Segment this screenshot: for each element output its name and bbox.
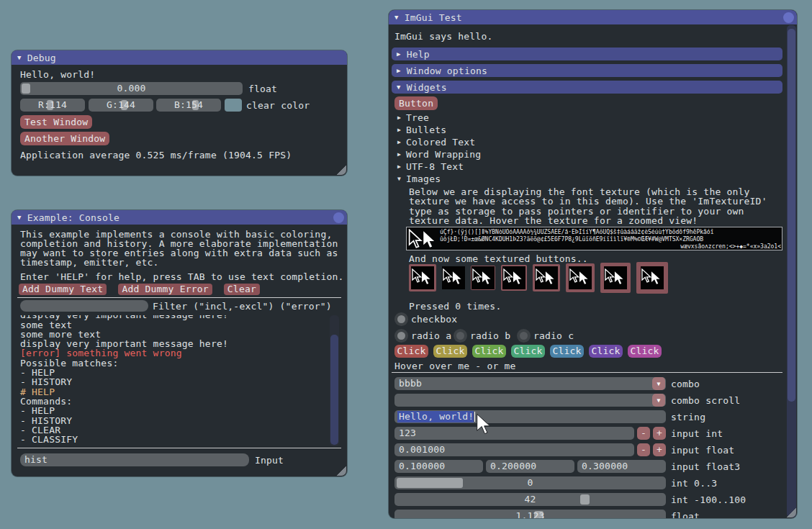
filter-input[interactable] [20,300,148,312]
click-button-1[interactable]: Click [394,345,428,358]
click-button-3[interactable]: Click [472,345,506,358]
radio-a[interactable] [394,329,408,343]
int-slider-big[interactable]: 42 [394,493,666,506]
int-slider-small-label: int 0..3 [671,479,717,488]
tree-node-utf8-text[interactable]: ▶ UTF-8 Text [397,162,464,171]
image-button[interactable] [566,263,595,292]
imgui-test-window: ▼ ImGui Test ImGui says hello. ▶ Help ▶ … [389,10,797,518]
checkbox[interactable] [394,312,408,326]
tree-arrow-icon: ▶ [397,163,401,170]
image-button[interactable] [409,264,436,291]
header-label: Window options [407,66,487,76]
image-button[interactable] [471,266,495,290]
increment-button[interactable]: + [653,427,666,440]
image-button[interactable] [600,263,631,293]
click-button-5[interactable]: Click [550,345,584,358]
log-line: - HELP [20,406,55,415]
checkbox-mark [397,315,405,323]
cursor-texture [535,266,558,289]
fps-stats-text: Application average 0.525 ms/frame (1904… [20,150,292,160]
decrement-button[interactable]: - [637,443,650,456]
image-button[interactable] [533,264,560,291]
header-widgets[interactable]: ▼ Widgets [392,81,782,94]
tree-node-label: Word Wrapping [406,150,481,159]
resize-grip[interactable] [336,466,346,476]
close-button[interactable] [333,212,344,223]
float-slider[interactable]: 0.000 [20,82,243,95]
clear-button[interactable]: Clear [224,284,260,295]
console-titlebar[interactable]: ▼ Example: Console [12,210,347,225]
collapse-arrow-icon[interactable]: ▼ [17,214,22,221]
log-scrollbar[interactable] [330,315,339,446]
radio-b[interactable] [454,329,467,343]
float-slider-label: float [248,84,277,94]
float3-input-y[interactable]: 0.200000 [486,460,574,473]
command-input[interactable]: hist [20,453,249,466]
tree-node-colored-text[interactable]: ▶ Colored Text [397,137,475,147]
resize-grip[interactable] [786,507,796,517]
image-button[interactable] [442,266,465,289]
close-button[interactable] [783,12,794,23]
dropdown-button[interactable]: ▼ [652,394,665,407]
tree-node-tree[interactable]: ▶ Tree [397,113,429,122]
clear-color-swatch[interactable] [225,99,242,112]
header-label: Widgets [407,83,447,92]
resize-grip[interactable] [336,165,346,175]
test-window-button[interactable]: Test Window [20,115,92,129]
float-input[interactable]: 0.001000 [394,443,634,456]
color-slider-b[interactable]: B:154 [156,99,221,112]
console-log[interactable]: display very important message here! som… [12,315,340,446]
float3-input-z[interactable]: 0.300000 [577,460,666,473]
debug-titlebar[interactable]: ▼ Debug [12,50,347,65]
cursor-filled-icon [423,230,436,248]
slider-value: G:144 [89,100,153,109]
collapse-arrow-icon: ▶ [397,51,401,58]
color-slider-g[interactable]: G:144 [89,99,153,112]
header-window-options[interactable]: ▶ Window options [392,64,782,77]
click-button-4[interactable]: Click [511,345,545,358]
scrollbar-thumb[interactable] [330,335,338,445]
tree-node-label: Tree [406,113,429,122]
decrement-button[interactable]: - [637,427,650,440]
window-scrollbar[interactable] [787,25,796,517]
debug-window: ▼ Debug Hello, world! 0.000 float R:114 … [12,50,347,176]
scrollbar-thumb[interactable] [788,29,795,402]
combo-box[interactable]: bbbb ▼ [394,377,666,390]
int-slider-small[interactable]: 0 [394,476,666,489]
string-input[interactable]: Hello, world! [394,410,666,423]
console-buttons-row: Add Dummy Text Add Dummy Error Clear [19,284,266,295]
tree-node-label: UTF-8 Text [406,162,464,171]
hover-caption[interactable]: Hover over me - or me [394,361,516,371]
tree-node-images[interactable]: ▼ Images [397,174,441,184]
header-help[interactable]: ▶ Help [392,48,782,60]
log-line: - HISTORY [20,377,72,386]
tree-node-bullets[interactable]: ▶ Bullets [397,125,446,135]
dropdown-button[interactable]: ▼ [652,377,665,390]
cursor-texture [604,266,627,289]
tree-node-word-wrapping[interactable]: ▶ Word Wrapping [397,150,481,159]
add-dummy-error-button[interactable]: Add Dummy Error [118,284,212,295]
test-titlebar[interactable]: ▼ ImGui Test [389,10,797,24]
float3-input-label: input float3 [671,462,740,471]
combo-scroll-box[interactable]: ▼ [394,394,666,407]
click-button-2[interactable]: Click [433,345,467,358]
font-texture-image[interactable]: úÇf}·(ÿj()[]ǁ%ÝBÑòÙÔóÃÂÄÀô½¾ÙÚŽŠÅÉÊ/å·ÈÞ… [406,227,782,250]
collapse-arrow-icon[interactable]: ▼ [17,55,22,61]
image-button[interactable] [636,262,668,294]
button-widget[interactable]: Button [394,96,438,110]
radio-c[interactable] [517,329,531,343]
add-dummy-text-button[interactable]: Add Dummy Text [19,284,107,295]
float-slider-widget[interactable]: 1.123 [394,510,666,518]
collapse-arrow-icon[interactable]: ▼ [394,14,399,21]
click-button-6[interactable]: Click [589,345,623,358]
tree-arrow-icon: ▼ [397,176,401,182]
click-button-7[interactable]: Click [628,345,662,358]
another-window-button[interactable]: Another Window [20,132,109,145]
desktop: ▼ Debug Hello, world! 0.000 float R:114 … [0,0,812,529]
increment-button[interactable]: + [653,443,666,456]
image-button[interactable] [501,265,527,291]
filter-label: Filter ("incl,-excl") ("error") [153,302,332,311]
float3-input-x[interactable]: 0.100000 [394,460,483,473]
color-slider-r[interactable]: R:114 [20,99,85,112]
int-input[interactable]: 123 [394,427,634,440]
